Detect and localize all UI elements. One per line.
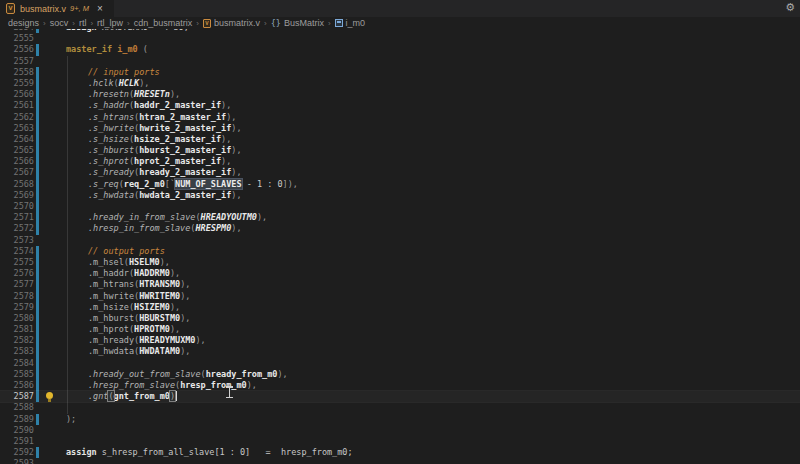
code-text: .m_hsel(HSELM0), bbox=[60, 257, 800, 268]
code-line[interactable]: 2577.m_htrans(HTRANSM0), bbox=[0, 279, 800, 290]
code-line[interactable]: 2579.m_hsize(HSIZEM0), bbox=[0, 302, 800, 313]
glyph-margin bbox=[39, 100, 60, 111]
glyph-margin bbox=[39, 346, 60, 357]
code-line[interactable]: 2570 bbox=[0, 201, 800, 212]
breadcrumb-separator: › bbox=[43, 19, 46, 28]
glyph-margin bbox=[39, 246, 60, 257]
tab-modified-badge: 9+, M bbox=[70, 4, 89, 13]
code-text: .s_hwdata(hwdata_2_master_if), bbox=[60, 190, 800, 201]
breadcrumb-item-socv[interactable]: socv bbox=[50, 18, 69, 28]
breadcrumb-item-i_m0[interactable]: i_m0 bbox=[335, 18, 366, 28]
code-line[interactable]: 2587.gnt(gnt_from_m0) bbox=[0, 391, 800, 402]
code-line[interactable]: 2562.s_htrans(htran_2_master_if), bbox=[0, 112, 800, 123]
glyph-margin bbox=[39, 223, 60, 234]
close-icon[interactable]: × bbox=[97, 3, 103, 14]
code-line[interactable]: 2586.hresp_from_slave(hresp_from_m0), bbox=[0, 380, 800, 391]
code-line[interactable]: 2585.hready_out_from_slave(hready_from_m… bbox=[0, 369, 800, 380]
code-line[interactable]: 2582.m_hready(HREADYMUXM0), bbox=[0, 335, 800, 346]
code-line[interactable]: 2592assign s_hresp_from_all_slave[1 : 0]… bbox=[0, 447, 800, 458]
settings-gear-icon[interactable]: ⚙ bbox=[785, 1, 795, 14]
verilog-file-icon: V bbox=[203, 19, 211, 28]
code-line[interactable]: 2566.s_hprot(hprot_2_master_if), bbox=[0, 156, 800, 167]
code-line[interactable]: 2569.s_hwdata(hwdata_2_master_if), bbox=[0, 190, 800, 201]
breadcrumb-item-rtl_lpw[interactable]: rtl_lpw bbox=[97, 18, 123, 28]
code-line[interactable]: 2593 bbox=[0, 458, 800, 464]
breadcrumb-item-busmatrix.v[interactable]: Vbusmatrix.v bbox=[203, 18, 260, 28]
code-line[interactable]: 2591 bbox=[0, 436, 800, 447]
tab-bar: V busmatrix.v 9+, M × ⚙ bbox=[0, 0, 800, 17]
breadcrumb-item-rtl[interactable]: rtl bbox=[79, 18, 87, 28]
code-line[interactable]: 2555 bbox=[0, 33, 800, 44]
glyph-margin bbox=[39, 156, 60, 167]
breadcrumb-separator: › bbox=[127, 19, 130, 28]
code-text bbox=[60, 33, 800, 44]
code-line[interactable]: 2561.s_haddr(haddr_2_master_if), bbox=[0, 100, 800, 111]
code-line[interactable]: 2557 bbox=[0, 56, 800, 67]
code-text: .hresp_from_slave(hresp_from_m0), bbox=[60, 380, 800, 391]
code-line[interactable]: 2590 bbox=[0, 425, 800, 436]
code-text: .s_hsize(hsize_2_master_if), bbox=[60, 134, 800, 145]
breadcrumb-label: BusMatrix bbox=[284, 18, 324, 28]
line-number: 2558 bbox=[0, 67, 34, 78]
code-text: .hresetn(HRESETn), bbox=[60, 89, 800, 100]
line-number: 2581 bbox=[0, 324, 34, 335]
breadcrumb-label: i_m0 bbox=[346, 18, 366, 28]
code-text bbox=[60, 458, 800, 464]
code-line[interactable]: 2560.hresetn(HRESETn), bbox=[0, 89, 800, 100]
code-text: .s_hburst(hburst_2_master_if), bbox=[60, 145, 800, 156]
code-line[interactable]: 2565.s_hburst(hburst_2_master_if), bbox=[0, 145, 800, 156]
glyph-margin bbox=[39, 67, 60, 78]
line-number: 2582 bbox=[0, 335, 34, 346]
breadcrumb-label: busmatrix.v bbox=[214, 18, 260, 28]
code-line[interactable]: 2581.m_hprot(HPROTM0), bbox=[0, 324, 800, 335]
breadcrumb: designs›socv›rtl›rtl_lpw›cdn_busmatrix›V… bbox=[0, 17, 800, 29]
code-action-lightbulb-icon[interactable] bbox=[45, 392, 53, 402]
line-number: 2571 bbox=[0, 212, 34, 223]
code-line[interactable]: 2558// input ports bbox=[0, 67, 800, 78]
glyph-margin bbox=[39, 313, 60, 324]
code-text: ); bbox=[60, 414, 800, 425]
breadcrumb-item-cdn_busmatrix[interactable]: cdn_busmatrix bbox=[134, 18, 193, 28]
code-line[interactable]: 2564.s_hsize(hsize_2_master_if), bbox=[0, 134, 800, 145]
glyph-margin bbox=[39, 302, 60, 313]
code-line[interactable]: 2573 bbox=[0, 235, 800, 246]
code-line[interactable]: 2575.m_hsel(HSELM0), bbox=[0, 257, 800, 268]
code-line[interactable]: 2568.s_req(req_2_m0[`NUM_OF_SLAVES - 1 :… bbox=[0, 179, 800, 190]
code-line[interactable]: 2574// output ports bbox=[0, 246, 800, 257]
code-line[interactable]: 2563.s_hwrite(hwrite_2_master_if), bbox=[0, 123, 800, 134]
glyph-margin bbox=[39, 179, 60, 190]
code-text bbox=[60, 235, 800, 246]
line-number: 2591 bbox=[0, 436, 34, 447]
tab-busmatrix[interactable]: V busmatrix.v 9+, M × bbox=[0, 0, 114, 17]
code-line[interactable]: 2576.m_haddr(HADDRM0), bbox=[0, 268, 800, 279]
code-line[interactable]: 2580.m_hburst(HBURSTM0), bbox=[0, 313, 800, 324]
line-number: 2580 bbox=[0, 313, 34, 324]
breadcrumb-item-BusMatrix[interactable]: {}BusMatrix bbox=[271, 18, 324, 28]
code-text: .m_hburst(HBURSTM0), bbox=[60, 313, 800, 324]
code-line[interactable]: 2567.s_hready(hready_2_master_if), bbox=[0, 167, 800, 178]
line-number: 2586 bbox=[0, 380, 34, 391]
code-editor[interactable]: 2554assign HMASTERM0 = 4'b0;25552556mast… bbox=[0, 29, 800, 464]
breadcrumb-separator: › bbox=[90, 19, 93, 28]
breadcrumb-item-designs[interactable]: designs bbox=[8, 18, 39, 28]
code-line[interactable]: 2589); bbox=[0, 414, 800, 425]
code-line[interactable]: 2559.hclk(HCLK), bbox=[0, 78, 800, 89]
code-text: .s_hprot(hprot_2_master_if), bbox=[60, 156, 800, 167]
line-number: 2559 bbox=[0, 78, 34, 89]
code-line[interactable]: 2583.m_hwdata(HWDATAM0), bbox=[0, 346, 800, 357]
line-number: 2585 bbox=[0, 369, 34, 380]
code-line[interactable]: 2588 bbox=[0, 402, 800, 413]
line-number: 2579 bbox=[0, 302, 34, 313]
glyph-margin bbox=[39, 324, 60, 335]
glyph-margin bbox=[39, 380, 60, 391]
line-number: 2570 bbox=[0, 201, 34, 212]
code-line[interactable]: 2571.hready_in_from_slave(HREADYOUTM0), bbox=[0, 212, 800, 223]
code-text: .s_hready(hready_2_master_if), bbox=[60, 167, 800, 178]
code-line[interactable]: 2578.m_hwrite(HWRITEM0), bbox=[0, 291, 800, 302]
code-line[interactable]: 2572.hresp_in_from_slave(HRESPM0), bbox=[0, 223, 800, 234]
line-number: 2584 bbox=[0, 358, 34, 369]
code-line[interactable]: 2556master_if i_m0 ( bbox=[0, 44, 800, 55]
line-number: 2561 bbox=[0, 100, 34, 111]
code-text: // input ports bbox=[60, 67, 800, 78]
code-line[interactable]: 2584 bbox=[0, 358, 800, 369]
